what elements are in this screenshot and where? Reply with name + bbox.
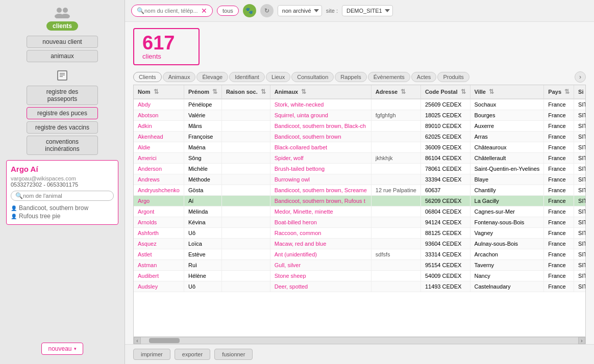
table-cell: Medor, Minette, minette bbox=[270, 206, 371, 217]
tab-lieux[interactable]: Lieux bbox=[266, 72, 290, 82]
col-adresse[interactable]: Adresse ⇅ bbox=[371, 85, 420, 99]
table-cell: Arras bbox=[470, 132, 544, 142]
scroll-right-button[interactable]: › bbox=[578, 337, 585, 344]
animal-search-box[interactable]: 🔍 bbox=[11, 191, 114, 201]
col-raison[interactable]: Raison soc. ⇅ bbox=[221, 85, 270, 99]
clients-table[interactable]: Nom ⇅ Prénom ⇅ Raison soc. ⇅ Animaux ⇅ A… bbox=[133, 85, 586, 337]
table-row[interactable]: AndrewsMéthodeBurrowing owl33394 CEDEXBl… bbox=[134, 174, 586, 185]
table-cell[interactable]: Abotson bbox=[134, 110, 184, 121]
table-cell bbox=[221, 142, 270, 153]
table-cell[interactable]: Argo bbox=[134, 196, 184, 206]
table-cell: Bandicoot, southern brown bbox=[270, 132, 371, 142]
table-cell[interactable]: Astman bbox=[134, 260, 184, 271]
table-cell[interactable]: Aldie bbox=[134, 142, 184, 153]
registre-passeports-button[interactable]: registre des passeports bbox=[27, 86, 98, 105]
tabs-right-arrow[interactable]: › bbox=[575, 71, 586, 83]
table-cell[interactable]: Andrews bbox=[134, 174, 184, 185]
col-prenom[interactable]: Prénom ⇅ bbox=[184, 85, 221, 99]
table-cell[interactable]: Audibert bbox=[134, 271, 184, 281]
table-cell bbox=[221, 260, 270, 271]
tab-actes[interactable]: Actes bbox=[411, 72, 437, 82]
table-cell[interactable]: Audsley bbox=[134, 281, 184, 292]
table-cell[interactable]: Abdy bbox=[134, 99, 184, 110]
table-row[interactable]: ArgoAíBandicoot, southern brown, Rufous … bbox=[134, 196, 586, 206]
nouveau-client-button[interactable]: nouveau client bbox=[27, 36, 98, 48]
col-nom[interactable]: Nom ⇅ bbox=[134, 85, 184, 99]
table-cell[interactable]: Asquez bbox=[134, 239, 184, 249]
tab-clients[interactable]: Clients bbox=[133, 72, 162, 82]
tab-identifiant[interactable]: Identifiant bbox=[229, 72, 265, 82]
table-row[interactable]: AsquezLoïcaMacaw, red and blue93604 CEDE… bbox=[134, 239, 586, 249]
table-row[interactable]: AshforthUôRaccoon, common88125 CEDEXVagn… bbox=[134, 228, 586, 239]
registre-puces-button[interactable]: registre des puces bbox=[27, 107, 98, 119]
exporter-button[interactable]: exporter bbox=[175, 349, 210, 360]
table-cell bbox=[221, 132, 270, 142]
table-cell[interactable]: Akenhead bbox=[134, 132, 184, 142]
table-row[interactable]: AstletEstèveAnt (unidentified)sdfsfs3331… bbox=[134, 249, 586, 260]
table-row[interactable]: AndersonMichèleBrush-tailed bettong78061… bbox=[134, 164, 586, 174]
col-pays[interactable]: Pays ⇅ bbox=[544, 85, 574, 99]
search-clear-icon[interactable]: ✕ bbox=[201, 7, 207, 15]
imprimer-button[interactable]: imprimer bbox=[133, 349, 170, 360]
table-row[interactable]: AudsleyUôDeer, spotted11493 CEDEXCasteln… bbox=[134, 281, 586, 292]
table-cell[interactable]: Anderson bbox=[134, 164, 184, 174]
table-cell: Fontenay-sous-Bois bbox=[470, 217, 544, 228]
table-cell: Mâns bbox=[184, 121, 221, 132]
animaux-button[interactable]: animaux bbox=[27, 50, 98, 62]
col-animaux[interactable]: Animaux ⇅ bbox=[270, 85, 371, 99]
horizontal-scrollbar[interactable]: ‹ › bbox=[133, 337, 586, 344]
paw-filter-button[interactable]: 🐾 bbox=[243, 4, 256, 17]
table-cell bbox=[221, 281, 270, 292]
tab-animaux[interactable]: Animaux bbox=[163, 72, 196, 82]
table-row[interactable]: AmericiSôngSpider, wolfjkhkhjk86104 CEDE… bbox=[134, 153, 586, 164]
table-row[interactable]: ArgontMélindaMedor, Minette, minette0680… bbox=[134, 206, 586, 217]
animal-search-input[interactable] bbox=[23, 193, 109, 199]
table-row[interactable]: AstmanRuìGull, silver95154 CEDEXTavernyF… bbox=[134, 260, 586, 271]
table-row[interactable]: AbotsonValérieSquirrel, uinta groundfgfg… bbox=[134, 110, 586, 121]
col-si[interactable]: Si bbox=[574, 85, 586, 99]
table-cell[interactable]: Arnolds bbox=[134, 217, 184, 228]
table-cell[interactable]: Ashforth bbox=[134, 228, 184, 239]
table-row[interactable]: AldieMaénaBlack-collared barbet36009 CED… bbox=[134, 142, 586, 153]
nouveau-label: nouveau bbox=[48, 345, 71, 352]
table-cell[interactable]: Andryushchenko bbox=[134, 185, 184, 196]
sidebar-bottom: nouveau ▾ bbox=[41, 339, 83, 359]
table-cell: France bbox=[544, 217, 574, 228]
table-cell: 33394 CEDEX bbox=[420, 174, 470, 185]
table-cell: Burrowing owl bbox=[270, 174, 371, 185]
col-ville[interactable]: Ville ⇅ bbox=[470, 85, 544, 99]
refresh-button[interactable]: ↻ bbox=[260, 4, 274, 17]
table-cell: France bbox=[544, 110, 574, 121]
tab-consultation[interactable]: Consultation bbox=[291, 72, 334, 82]
table-row[interactable]: ArnoldsKévinaBoat-billed heron94124 CEDE… bbox=[134, 217, 586, 228]
scroll-left-button[interactable]: ‹ bbox=[134, 337, 141, 344]
table-row[interactable]: AudibertHélèneStone sheep54009 CEDEXNanc… bbox=[134, 271, 586, 281]
filter-tous-button[interactable]: tous bbox=[217, 6, 239, 16]
tab-rappels[interactable]: Rappels bbox=[335, 72, 366, 82]
table-cell: Nancy bbox=[470, 271, 544, 281]
table-cell[interactable]: Astlet bbox=[134, 249, 184, 260]
client-name[interactable]: Argo Aí bbox=[11, 165, 114, 173]
conventions-button[interactable]: conventions incinérations bbox=[27, 136, 98, 155]
fusionner-button[interactable]: fusionner bbox=[214, 349, 253, 360]
tab-produits[interactable]: Produits bbox=[437, 72, 469, 82]
table-cell[interactable]: Argont bbox=[134, 206, 184, 217]
site-select[interactable]: DEMO_SITE1 bbox=[342, 5, 393, 16]
table-row[interactable]: AbdyPénélopeStork, white-necked25609 CED… bbox=[134, 99, 586, 110]
nouveau-button[interactable]: nouveau ▾ bbox=[41, 343, 83, 355]
search-box[interactable]: 🔍 ✕ bbox=[131, 5, 213, 17]
table-row[interactable]: AkenheadFrançoiseBandicoot, southern bro… bbox=[134, 132, 586, 142]
tab-elevage[interactable]: Élevage bbox=[196, 72, 228, 82]
search-input[interactable] bbox=[144, 8, 199, 14]
table-row[interactable]: AndryushchenkoGöstaBandicoot, southern b… bbox=[134, 185, 586, 196]
scroll-thumb[interactable] bbox=[149, 338, 180, 343]
tab-evenements[interactable]: Évènements bbox=[368, 72, 410, 82]
archive-select[interactable]: non archivé archivé tous bbox=[278, 5, 322, 16]
table-cell: Uô bbox=[184, 281, 221, 292]
table-cell[interactable]: Adkin bbox=[134, 121, 184, 132]
table-cell: Taverny bbox=[470, 260, 544, 271]
table-row[interactable]: AdkinMânsBandicoot, southern brown, Blac… bbox=[134, 121, 586, 132]
col-cp[interactable]: Code Postal ⇅ bbox=[420, 85, 470, 99]
registre-vaccins-button[interactable]: registre des vaccins bbox=[27, 121, 98, 134]
table-cell[interactable]: Americi bbox=[134, 153, 184, 164]
